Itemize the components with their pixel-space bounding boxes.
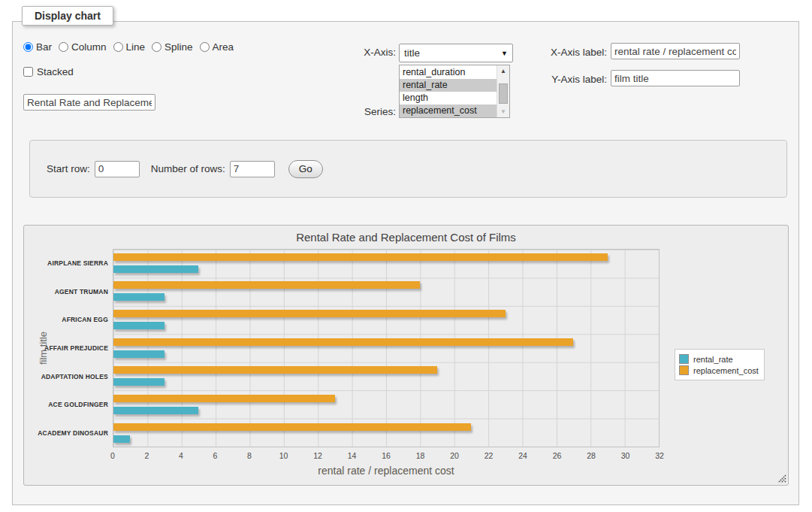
- x-tick-2: 2: [145, 451, 149, 460]
- chart-title: Rental Rate and Replacement Cost of Film…: [24, 231, 788, 244]
- chart-container: Rental Rate and Replacement Cost of Film…: [23, 225, 789, 486]
- x-tick-12: 12: [313, 451, 322, 460]
- chart-type-option-line[interactable]: Line: [113, 41, 146, 53]
- x-axis-label-input[interactable]: [611, 43, 740, 59]
- number-of-rows-label: Number of rows:: [151, 163, 225, 174]
- bar-replacement-cost-african-egg: [113, 310, 506, 317]
- x-axis-select-label: X-Axis:: [333, 47, 396, 58]
- x-tick-24: 24: [518, 451, 527, 460]
- chart-type-label: Bar: [36, 41, 52, 53]
- legend-swatch-replacement-cost: [679, 365, 689, 375]
- start-row-label: Start row:: [47, 163, 90, 174]
- chart-type-radio-line[interactable]: [113, 42, 123, 52]
- scrollbar-thumb[interactable]: [499, 83, 508, 104]
- x-tick-14: 14: [348, 451, 357, 460]
- bar-replacement-cost-adaptation-holes: [113, 366, 437, 374]
- x-tick-32: 32: [655, 451, 664, 460]
- x-tick-28: 28: [587, 451, 596, 460]
- chart-legend: rental_ratereplacement_cost: [675, 349, 765, 380]
- category-label-airplane-sierra: AIRPLANE SIERRA: [27, 249, 108, 277]
- row-controls-panel: Start row: Number of rows: Go: [29, 140, 787, 198]
- chart-type-label: Area: [213, 41, 234, 53]
- scroll-up-icon[interactable]: ▲: [497, 68, 509, 74]
- bar-rental-rate-agent-truman: [113, 293, 165, 301]
- x-axis-select[interactable]: title ▼: [399, 44, 513, 62]
- resize-grip-icon[interactable]: [777, 474, 786, 483]
- series-option-replacement-cost[interactable]: replacement_cost: [400, 105, 497, 117]
- x-axis-selected-value: title: [404, 47, 420, 59]
- series-select-label: Series:: [333, 106, 396, 117]
- bar-rental-rate-airplane-sierra: [113, 265, 198, 273]
- bar-rental-rate-affair-prejudice: [113, 350, 165, 358]
- series-options: rental_durationrental_ratelengthreplacem…: [400, 65, 497, 117]
- x-tick-8: 8: [247, 451, 252, 460]
- number-of-rows-input[interactable]: [230, 161, 275, 177]
- bar-replacement-cost-ace-goldfinger: [113, 395, 335, 402]
- series-option-rental-duration[interactable]: rental_duration: [400, 66, 497, 79]
- chart-type-radio-area[interactable]: [200, 42, 210, 52]
- chart-type-label: Column: [71, 41, 107, 53]
- scroll-down-icon[interactable]: ▼: [497, 108, 509, 115]
- fieldset-legend: Display chart: [22, 6, 113, 26]
- x-tick-16: 16: [382, 451, 391, 460]
- chart-type-label: Spline: [165, 41, 193, 53]
- legend-swatch-rental-rate: [679, 354, 689, 364]
- category-label-african-egg: AFRICAN EGG: [27, 305, 108, 334]
- chart-type-option-spline[interactable]: Spline: [152, 41, 193, 53]
- legend-label: rental_rate: [693, 355, 733, 364]
- y-axis-label-input[interactable]: [611, 70, 740, 86]
- category-label-agent-truman: AGENT TRUMAN: [27, 277, 108, 306]
- plot-area: [113, 249, 660, 447]
- x-tick-26: 26: [553, 451, 562, 460]
- x-axis-label-label: X-Axis label:: [532, 47, 607, 58]
- chart-type-option-column[interactable]: Column: [59, 41, 107, 53]
- stacked-label: Stacked: [37, 66, 74, 77]
- y-axis-label-label: Y-Axis label:: [532, 74, 607, 85]
- x-axis-title: rental rate / replacement cost: [113, 465, 660, 477]
- series-scrollbar[interactable]: ▲ ▼: [497, 65, 509, 117]
- x-tick-22: 22: [484, 451, 494, 460]
- bar-rental-rate-adaptation-holes: [113, 378, 165, 386]
- display-chart-fieldset: Display chart BarColumnLineSplineArea St…: [12, 21, 799, 505]
- chart-type-radio-spline[interactable]: [152, 42, 161, 52]
- series-listbox[interactable]: rental_durationrental_ratelengthreplacem…: [399, 65, 510, 118]
- category-label-academy-dinosaur: ACADEMY DINOSAUR: [27, 419, 108, 447]
- bar-replacement-cost-airplane-sierra: [113, 253, 608, 261]
- bar-replacement-cost-affair-prejudice: [113, 338, 573, 346]
- series-option-length[interactable]: length: [400, 92, 497, 105]
- bar-rental-rate-african-egg: [113, 322, 165, 329]
- bar-replacement-cost-agent-truman: [113, 281, 420, 289]
- page: Display chart BarColumnLineSplineArea St…: [0, 0, 812, 512]
- x-tick-4: 4: [179, 451, 183, 460]
- category-label-affair-prejudice: AFFAIR PREJUDICE: [27, 334, 108, 362]
- chart-type-radio-group: BarColumnLineSplineArea: [23, 41, 240, 53]
- chart-type-radio-column[interactable]: [59, 42, 68, 52]
- x-tick-18: 18: [416, 451, 425, 460]
- x-tick-10: 10: [279, 451, 288, 460]
- series-option-rental-rate[interactable]: rental_rate: [400, 79, 497, 92]
- chart-type-label: Line: [126, 41, 146, 53]
- x-tick-6: 6: [213, 451, 218, 460]
- legend-row-rental-rate: rental_rate: [679, 354, 759, 364]
- chart-title-input[interactable]: [23, 94, 155, 111]
- category-label-adaptation-holes: ADAPTATION HOLES: [27, 362, 108, 391]
- bar-rental-rate-academy-dinosaur: [113, 435, 130, 443]
- bar-replacement-cost-academy-dinosaur: [113, 423, 471, 431]
- go-button[interactable]: Go: [288, 160, 323, 178]
- x-tick-0: 0: [110, 451, 115, 460]
- chart-type-option-area[interactable]: Area: [200, 41, 234, 53]
- chart-type-radio-bar[interactable]: [23, 42, 33, 52]
- legend-row-replacement-cost: replacement_cost: [679, 365, 759, 375]
- bar-rental-rate-ace-goldfinger: [113, 407, 198, 414]
- chart-type-option-bar[interactable]: Bar: [23, 41, 52, 53]
- x-tick-20: 20: [450, 451, 459, 460]
- stacked-checkbox[interactable]: [23, 67, 33, 77]
- start-row-input[interactable]: [95, 161, 140, 177]
- x-tick-30: 30: [621, 451, 630, 460]
- stacked-checkbox-row[interactable]: Stacked: [23, 66, 74, 77]
- chevron-down-icon: ▼: [501, 50, 508, 57]
- category-label-ace-goldfinger: ACE GOLDFINGER: [27, 391, 108, 420]
- legend-label: replacement_cost: [693, 366, 759, 375]
